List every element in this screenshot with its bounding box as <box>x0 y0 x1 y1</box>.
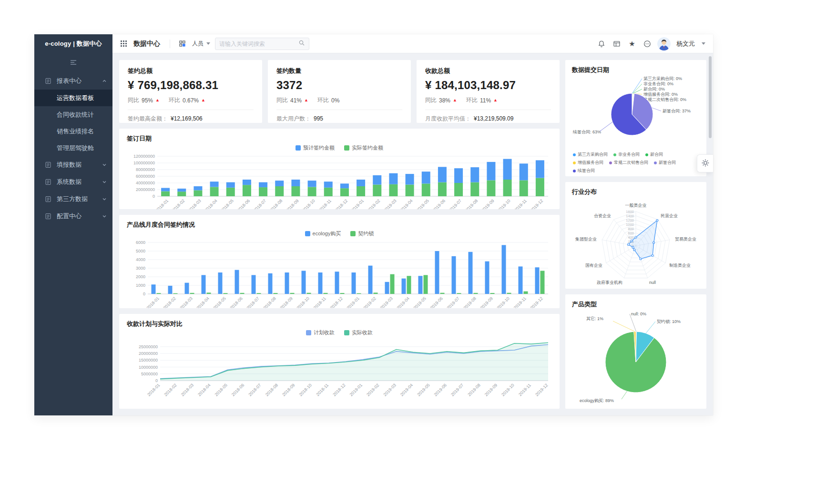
kpi-compare: 同比95%▲ 环比0.67%▲ <box>128 96 254 104</box>
svg-text:6000: 6000 <box>136 240 145 245</box>
svg-text:2018-06: 2018-06 <box>231 383 245 397</box>
legend-label: 计划收款 <box>314 329 335 336</box>
svg-text:2019-07: 2019-07 <box>450 383 464 397</box>
legend-item[interactable]: 契约锁 <box>350 230 374 237</box>
svg-text:2019-05: 2019-05 <box>416 383 430 397</box>
chevron-down-icon <box>102 214 107 219</box>
svg-text:0: 0 <box>143 292 145 296</box>
sidebar: e-cology | 数据中心 报表中心运营数据看板合同收款统计销售业绩排名管理… <box>34 34 112 415</box>
svg-text:2019-09: 2019-09 <box>479 296 493 308</box>
svg-text:2018-04: 2018-04 <box>195 296 210 308</box>
svg-text:2018-12: 2018-12 <box>332 383 346 397</box>
search-input[interactable] <box>219 40 296 47</box>
sidebar-group-系统数据[interactable]: 系统数据 <box>34 173 112 191</box>
person-filter-dropdown[interactable]: 人员 <box>192 40 210 48</box>
sidebar-item-管理层驾驶舱[interactable]: 管理层驾驶舱 <box>34 140 112 156</box>
legend-item[interactable]: 第三方采购合同 <box>573 151 608 158</box>
sidebar-group-第三方数据[interactable]: 第三方数据 <box>34 191 112 208</box>
star-icon[interactable]: ★ <box>627 39 637 49</box>
legend-label: ecology购买 <box>313 230 341 237</box>
svg-text:契约锁: 10%: 契约锁: 10% <box>657 319 681 324</box>
chart-legend: 计划收款实际收款 <box>127 328 552 338</box>
legend-item[interactable]: 预计签约金额 <box>296 144 335 151</box>
sidebar-group-配置中心[interactable]: 配置中心 <box>34 208 112 225</box>
user-name[interactable]: 杨文元 <box>676 40 695 48</box>
kpi-title: 签约数量 <box>276 67 402 75</box>
sidebar-collapse-button[interactable] <box>34 53 112 72</box>
svg-text:2019-10: 2019-10 <box>496 296 510 308</box>
svg-text:2019-12: 2019-12 <box>529 296 543 308</box>
legend-item[interactable]: 非业务合同 <box>613 151 640 158</box>
legend-item[interactable]: 增值服务合同 <box>573 160 603 166</box>
legend-item[interactable]: 续签合同 <box>573 168 595 174</box>
svg-text:2018-07: 2018-07 <box>245 296 260 308</box>
search-icon[interactable] <box>298 40 305 48</box>
legend-item[interactable]: 计划收款 <box>306 329 335 336</box>
sidebar-item-销售业绩排名[interactable]: 销售业绩排名 <box>34 123 112 140</box>
svg-text:1000: 1000 <box>626 222 634 227</box>
bell-icon[interactable] <box>596 39 607 49</box>
sidebar-item-运营数据看板[interactable]: 运营数据看板 <box>34 90 112 106</box>
sidebar-group-报表中心[interactable]: 报表中心 <box>34 72 112 90</box>
legend-item[interactable]: 实际签约金额 <box>344 144 383 151</box>
document-icon <box>45 196 53 202</box>
svg-text:2018-03: 2018-03 <box>187 198 202 209</box>
svg-text:民营企业: 民营企业 <box>661 213 678 218</box>
svg-text:15000000: 15000000 <box>139 358 158 363</box>
panel-icon[interactable] <box>612 39 622 49</box>
sidebar-group-填报数据[interactable]: 填报数据 <box>34 156 112 173</box>
app-window: e-cology | 数据中心 报表中心运营数据看板合同收款统计销售业绩排名管理… <box>34 34 713 415</box>
category-grid-icon[interactable] <box>177 39 187 49</box>
svg-text:新合同: 0%: 新合同: 0% <box>643 87 665 91</box>
legend-swatch <box>573 170 576 172</box>
svg-text:1600: 1600 <box>626 210 634 214</box>
svg-text:2018-02: 2018-02 <box>162 296 176 308</box>
legend-label: 实际签约金额 <box>352 144 383 151</box>
chart-title: 产品线月度合同签约情况 <box>127 221 552 229</box>
industry-radar-card: 行业分布 02004006008001000120014001600一般类企业民… <box>565 182 706 288</box>
sidebar-group-label: 配置中心 <box>57 212 102 221</box>
collection-compare-chart-card: 收款计划与实际对比 计划收款实际收款 050000001000000015000… <box>119 314 560 409</box>
kpi-footer: 签约最高金额：¥12,169,506 <box>128 110 254 123</box>
caret-down-icon[interactable] <box>702 42 705 45</box>
legend-item[interactable]: 常规二次销售合同 <box>609 160 648 166</box>
svg-text:2018-01: 2018-01 <box>145 296 160 308</box>
svg-text:4000: 4000 <box>136 257 145 262</box>
product-type-pie-chart: null: 0%契约锁: 10%ecology购买: 89%其它: 1% <box>572 309 700 406</box>
legend-label: 续签合同 <box>578 168 595 174</box>
svg-text:制造类企业: 制造类企业 <box>669 263 691 268</box>
svg-text:25000000: 25000000 <box>139 344 158 349</box>
kpi-card-sign-amount: 签约总额 ¥ 769,198,868.31 同比95%▲ 环比0.67%▲ 签约… <box>119 60 262 123</box>
app-grid-icon[interactable] <box>118 39 129 49</box>
scrollbar-thumb[interactable] <box>709 56 712 138</box>
sidebar-item-合同收款统计[interactable]: 合同收款统计 <box>34 106 112 123</box>
svg-text:5000: 5000 <box>136 249 145 253</box>
legend-swatch <box>654 161 657 164</box>
avatar[interactable] <box>657 37 671 50</box>
chevron-up-icon <box>102 79 107 83</box>
svg-text:2019-09: 2019-09 <box>484 383 498 397</box>
legend-item[interactable]: 新签合同 <box>654 160 676 166</box>
legend-label: 非业务合同 <box>618 151 640 158</box>
svg-text:2018-10: 2018-10 <box>298 383 313 397</box>
legend-item[interactable]: ecology购买 <box>305 230 341 237</box>
settings-gear-button[interactable] <box>697 154 713 172</box>
legend-label: 第三方采购合同 <box>578 151 608 158</box>
svg-text:合资企业: 合资企业 <box>594 213 611 218</box>
legend-label: 增值服务合同 <box>578 160 603 166</box>
legend-swatch <box>344 145 349 151</box>
svg-text:2018-04: 2018-04 <box>197 383 211 397</box>
svg-text:2019-05: 2019-05 <box>412 296 427 308</box>
chevron-down-icon <box>102 197 107 202</box>
more-circle-icon[interactable] <box>642 39 652 49</box>
legend-item[interactable]: 实际收款 <box>344 329 373 336</box>
svg-text:2019-11: 2019-11 <box>513 296 527 308</box>
svg-text:2019-10: 2019-10 <box>497 198 511 209</box>
svg-text:第三方采购合同: 0%: 第三方采购合同: 0% <box>643 76 682 81</box>
right-column: 数据提交日期 第三方采购合同: 0%非业务合同: 0%新合同: 0%增值服务合同… <box>565 60 706 409</box>
legend-item[interactable]: 新合同 <box>645 151 663 158</box>
svg-text:100000000: 100000000 <box>133 161 155 165</box>
svg-text:2019-01: 2019-01 <box>349 383 363 397</box>
topbar-divider <box>170 40 170 48</box>
chart-title: 收款计划与实际对比 <box>127 320 552 328</box>
